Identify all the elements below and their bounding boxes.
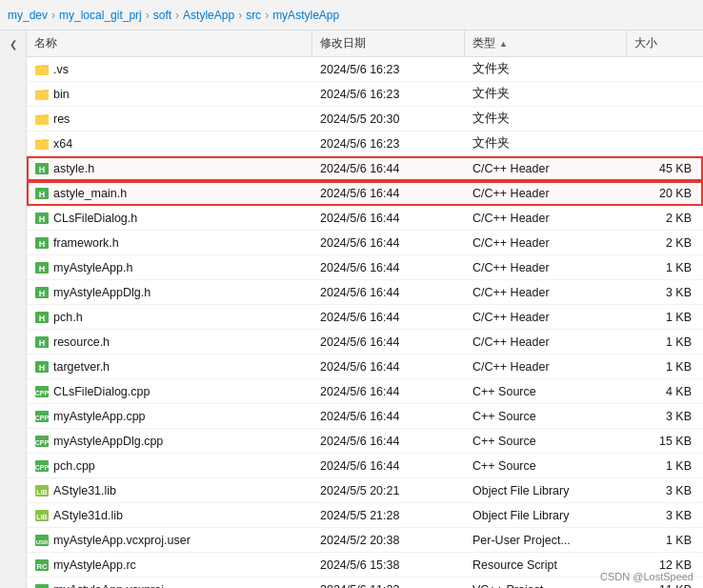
- file-name-cell: .vs: [27, 60, 312, 79]
- file-size-cell: 1 KB: [627, 259, 703, 276]
- breadcrumb-item[interactable]: my_local_git_prj: [59, 9, 142, 22]
- table-row[interactable]: .vs2024/5/6 16:23文件夹: [27, 57, 703, 82]
- svg-text:H: H: [39, 190, 46, 199]
- file-list-container[interactable]: 名称修改日期类型▲大小 .vs2024/5/6 16:23文件夹 bin2024…: [27, 30, 703, 588]
- table-row[interactable]: H astyle.h2024/5/6 16:44C/C++ Header45 K…: [27, 156, 703, 181]
- table-row[interactable]: CPP myAstyleAppDlg.cpp2024/5/6 16:44C++ …: [27, 429, 703, 454]
- file-name: myAstyleApp.rc: [53, 558, 136, 572]
- column-headers: 名称修改日期类型▲大小: [27, 30, 703, 57]
- table-row[interactable]: bin2024/5/6 16:23文件夹: [27, 82, 703, 107]
- file-name-cell: CPP myAstyleApp.cpp: [27, 407, 312, 426]
- table-row[interactable]: CPP CLsFileDialog.cpp2024/5/6 16:44C++ S…: [27, 379, 703, 404]
- table-row[interactable]: res2024/5/5 20:30文件夹: [27, 107, 703, 132]
- table-row[interactable]: USR myAstyleApp.vcxproj.user2024/5/2 20:…: [27, 528, 703, 553]
- file-size-cell: 20 KB: [627, 185, 703, 202]
- file-size-cell: 3 KB: [627, 408, 703, 425]
- breadcrumb-separator: ›: [265, 9, 269, 22]
- file-size-cell: 15 KB: [627, 433, 703, 450]
- file-type-icon: H: [34, 260, 50, 275]
- file-size-cell: 3 KB: [627, 507, 703, 524]
- column-header-大小[interactable]: 大小: [627, 30, 703, 56]
- breadcrumb-item[interactable]: AstyleApp: [183, 9, 234, 22]
- file-name-cell: H resource.h: [27, 333, 312, 352]
- column-header-修改日期[interactable]: 修改日期: [312, 30, 465, 56]
- file-name-cell: H targetver.h: [27, 357, 312, 376]
- file-name-cell: H astyle.h: [27, 159, 312, 178]
- file-type-icon: H: [34, 211, 50, 226]
- file-type-icon: H: [34, 186, 50, 201]
- file-type-cell: C++ Source: [465, 433, 627, 450]
- table-row[interactable]: H CLsFileDialog.h2024/5/6 16:44C/C++ Hea…: [27, 206, 703, 231]
- column-header-名称[interactable]: 名称: [27, 30, 312, 56]
- svg-text:CPP: CPP: [35, 390, 50, 396]
- file-name: myAstyleAppDlg.h: [53, 286, 151, 299]
- file-name-cell: H pch.h: [27, 308, 312, 327]
- file-type-cell: C/C++ Header: [465, 309, 627, 326]
- table-row[interactable]: CPP myAstyleApp.cpp2024/5/6 16:44C++ Sou…: [27, 404, 703, 429]
- file-name-cell: CPP CLsFileDialog.cpp: [27, 382, 312, 401]
- svg-text:CPP: CPP: [35, 464, 50, 471]
- file-date-cell: 2024/5/6 16:44: [312, 334, 465, 351]
- table-row[interactable]: H myAstyleAppDlg.h2024/5/6 16:44C/C++ He…: [27, 280, 703, 305]
- file-size-cell: 45 KB: [627, 160, 703, 177]
- file-type-icon: [34, 62, 50, 77]
- table-row[interactable]: H targetver.h2024/5/6 16:44C/C++ Header1…: [27, 355, 703, 379]
- table-row[interactable]: LIB AStyle31.lib2024/5/5 20:21Object Fil…: [27, 478, 703, 503]
- file-name: CLsFileDialog.cpp: [53, 385, 150, 398]
- svg-text:RC: RC: [36, 562, 48, 571]
- svg-text:H: H: [39, 289, 46, 298]
- breadcrumb-separator: ›: [175, 9, 179, 22]
- file-name: .vs: [53, 63, 69, 76]
- file-date-cell: 2024/5/6 16:44: [312, 210, 465, 227]
- table-row[interactable]: H framework.h2024/5/6 16:44C/C++ Header2…: [27, 231, 703, 255]
- breadcrumb-item[interactable]: soft: [153, 9, 171, 22]
- sidebar-arrow[interactable]: ❮: [6, 36, 21, 51]
- table-row[interactable]: H resource.h2024/5/6 16:44C/C++ Header1 …: [27, 330, 703, 355]
- file-type-cell: C/C++ Header: [465, 334, 627, 351]
- file-size-cell: [627, 68, 703, 71]
- file-size-cell: 2 KB: [627, 210, 703, 227]
- file-date-cell: 2024/5/6 16:23: [312, 61, 465, 78]
- file-type-cell: C++ Source: [465, 383, 627, 400]
- file-date-cell: 2024/5/5 21:28: [312, 507, 465, 524]
- file-size-cell: 2 KB: [627, 234, 703, 252]
- breadcrumb-separator: ›: [238, 9, 242, 22]
- svg-text:LIB: LIB: [36, 514, 47, 520]
- table-row[interactable]: CPP pch.cpp2024/5/6 16:44C++ Source1 KB: [27, 454, 703, 478]
- file-size-cell: 1 KB: [627, 358, 703, 375]
- file-type-icon: [34, 87, 50, 102]
- file-name: res: [53, 112, 70, 126]
- table-row[interactable]: LIB AStyle31d.lib2024/5/5 21:28Object Fi…: [27, 503, 703, 528]
- breadcrumb-item[interactable]: src: [246, 9, 261, 22]
- file-size-cell: 1 KB: [627, 457, 703, 475]
- file-size-cell: 1 KB: [627, 334, 703, 351]
- file-name-cell: LIB AStyle31.lib: [27, 481, 312, 500]
- file-date-cell: 2024/5/6 16:44: [312, 309, 465, 326]
- file-date-cell: 2024/5/6 15:38: [312, 557, 465, 574]
- breadcrumb-item[interactable]: myAstyleApp: [272, 9, 339, 22]
- sort-arrow-icon: ▲: [499, 39, 508, 49]
- file-type-cell: 文件夹: [465, 133, 627, 153]
- file-name-cell: PROJ myAstyleApp.vcxproj: [27, 580, 312, 589]
- svg-text:LIB: LIB: [36, 489, 47, 496]
- table-row[interactable]: H myAstyleApp.h2024/5/6 16:44C/C++ Heade…: [27, 255, 703, 280]
- svg-text:H: H: [39, 239, 46, 249]
- file-name: pch.h: [53, 311, 83, 324]
- table-row[interactable]: H astyle_main.h2024/5/6 16:44C/C++ Heade…: [27, 181, 703, 206]
- table-row[interactable]: H pch.h2024/5/6 16:44C/C++ Header1 KB: [27, 305, 703, 330]
- file-date-cell: 2024/5/6 16:23: [312, 86, 465, 103]
- svg-text:USR: USR: [36, 539, 49, 545]
- file-name-cell: x64: [27, 134, 312, 153]
- file-name: targetver.h: [53, 360, 110, 374]
- column-header-类型[interactable]: 类型▲: [465, 30, 627, 56]
- table-row[interactable]: x642024/5/6 16:23文件夹: [27, 132, 703, 156]
- breadcrumb-separator: ›: [51, 9, 55, 22]
- file-size-cell: 1 KB: [627, 309, 703, 326]
- file-date-cell: 2024/5/6 11:23: [312, 581, 465, 589]
- breadcrumb-item[interactable]: my_dev: [8, 9, 48, 22]
- main-container: ❮ 名称修改日期类型▲大小 .vs2024/5/6 16:23文件夹 bin20…: [0, 30, 703, 588]
- file-date-cell: 2024/5/6 16:44: [312, 234, 465, 252]
- file-type-cell: C/C++ Header: [465, 234, 627, 252]
- file-rows: .vs2024/5/6 16:23文件夹 bin2024/5/6 16:23文件…: [27, 57, 703, 588]
- svg-rect-3: [35, 91, 49, 100]
